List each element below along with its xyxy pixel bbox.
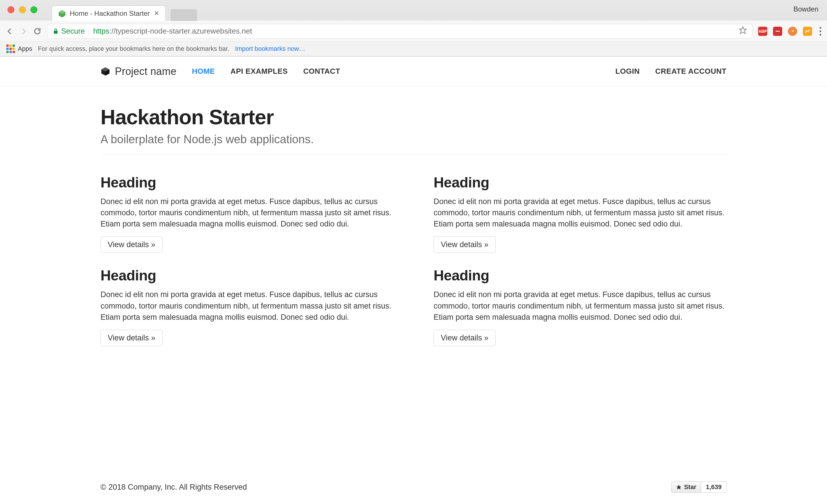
window-maximize-button[interactable] xyxy=(31,6,37,13)
omnibox-separator xyxy=(89,27,89,36)
card-heading: Heading xyxy=(100,267,393,284)
card-heading: Heading xyxy=(100,174,393,191)
hero: Hackathon Starter A boilerplate for Node… xyxy=(100,92,727,154)
apps-grid-icon xyxy=(6,45,15,53)
page-content: Project name HOME API EXAMPLES CONTACT L… xyxy=(0,57,827,346)
tab-strip: Home - Hackathon Starter ✕ Bowden xyxy=(0,0,827,21)
url-host: ://typescript-node-starter.azurewebsites… xyxy=(109,27,252,35)
feature-card: Heading Donec id elit non mi porta gravi… xyxy=(100,267,393,346)
tab-favicon-icon xyxy=(58,10,66,17)
card-body: Donec id elit non mi porta gravida at eg… xyxy=(434,289,727,322)
secure-indicator[interactable]: Secure xyxy=(53,27,85,36)
star-icon xyxy=(676,484,682,490)
feature-grid: Heading Donec id elit non mi porta gravi… xyxy=(100,174,727,346)
bookmarks-hint-text: For quick access, place your bookmarks h… xyxy=(38,45,229,53)
view-details-button[interactable]: View details » xyxy=(100,237,162,253)
svg-marker-3 xyxy=(739,27,746,33)
brand-cube-icon xyxy=(100,66,110,77)
reload-button[interactable] xyxy=(33,27,41,35)
browser-toolbar: Secure https://typescript-node-starter.a… xyxy=(0,21,827,41)
card-heading: Heading xyxy=(434,267,727,284)
apps-shortcut[interactable]: Apps xyxy=(6,45,32,53)
apps-label: Apps xyxy=(18,45,32,53)
github-star-button[interactable]: Star xyxy=(671,481,701,493)
tab-close-icon[interactable]: ✕ xyxy=(154,10,159,17)
view-details-button[interactable]: View details » xyxy=(434,330,496,346)
address-bar[interactable]: Secure https://typescript-node-starter.a… xyxy=(47,24,752,39)
nav-link-contact[interactable]: CONTACT xyxy=(303,67,340,76)
brand[interactable]: Project name xyxy=(100,65,177,78)
feature-card: Heading Donec id elit non mi porta gravi… xyxy=(100,174,393,253)
tab-title: Home - Hackathon Starter xyxy=(70,9,150,17)
copyright-text: © 2018 Company, Inc. All Rights Reserved xyxy=(100,483,247,492)
bookmark-star-icon[interactable] xyxy=(739,26,747,36)
url-protocol: https xyxy=(93,27,109,35)
page-subtitle: A boilerplate for Node.js web applicatio… xyxy=(100,133,727,146)
nav-link-home[interactable]: HOME xyxy=(192,67,215,76)
card-body: Donec id elit non mi porta gravida at eg… xyxy=(100,196,393,230)
window-minimize-button[interactable] xyxy=(19,6,26,13)
brand-text: Project name xyxy=(115,65,177,78)
view-details-button[interactable]: View details » xyxy=(100,330,162,346)
card-body: Donec id elit non mi porta gravida at eg… xyxy=(100,289,393,322)
footer: © 2018 Company, Inc. All Rights Reserved… xyxy=(0,481,827,493)
window-controls xyxy=(7,6,37,13)
back-button[interactable] xyxy=(6,27,14,35)
page-title: Hackathon Starter xyxy=(100,105,727,129)
auth-nav: LOGIN CREATE ACCOUNT xyxy=(615,67,727,76)
github-star-count[interactable]: 1,639 xyxy=(701,481,727,493)
browser-menu-button[interactable] xyxy=(820,27,821,36)
extension-analytics-icon[interactable] xyxy=(803,27,812,36)
extension-adblock-icon[interactable]: ABP xyxy=(758,27,767,36)
card-body: Donec id elit non mi porta gravida at eg… xyxy=(434,196,727,230)
forward-button[interactable] xyxy=(19,27,28,35)
nav-link-login[interactable]: LOGIN xyxy=(615,67,640,76)
feature-card: Heading Donec id elit non mi porta gravi… xyxy=(434,267,727,346)
import-bookmarks-link[interactable]: Import bookmarks now… xyxy=(235,45,305,53)
browser-tab-active[interactable]: Home - Hackathon Starter ✕ xyxy=(52,5,166,21)
extension-lastpass-icon[interactable]: ••• xyxy=(773,27,782,36)
nav-link-api-examples[interactable]: API EXAMPLES xyxy=(231,67,288,76)
bookmarks-bar: Apps For quick access, place your bookma… xyxy=(0,41,827,56)
feature-card: Heading Donec id elit non mi porta gravi… xyxy=(434,174,727,253)
browser-chrome: Home - Hackathon Starter ✕ Bowden Secure… xyxy=(0,0,827,57)
url-text: https://typescript-node-starter.azureweb… xyxy=(93,27,252,36)
window-close-button[interactable] xyxy=(7,6,14,13)
site-navbar: Project name HOME API EXAMPLES CONTACT L… xyxy=(0,57,827,86)
primary-nav: HOME API EXAMPLES CONTACT xyxy=(192,67,340,76)
browser-profile-name[interactable]: Bowden xyxy=(793,5,818,13)
card-heading: Heading xyxy=(434,174,727,191)
new-tab-button[interactable] xyxy=(171,9,197,21)
github-star-widget: Star 1,639 xyxy=(671,481,727,493)
svg-rect-2 xyxy=(54,31,58,34)
nav-link-create-account[interactable]: CREATE ACCOUNT xyxy=(655,67,727,76)
svg-marker-9 xyxy=(677,485,681,490)
lock-icon xyxy=(53,28,59,35)
secure-label: Secure xyxy=(61,27,85,36)
view-details-button[interactable]: View details » xyxy=(434,237,496,253)
extension-postman-icon[interactable] xyxy=(788,27,797,36)
github-star-label: Star xyxy=(684,483,696,491)
